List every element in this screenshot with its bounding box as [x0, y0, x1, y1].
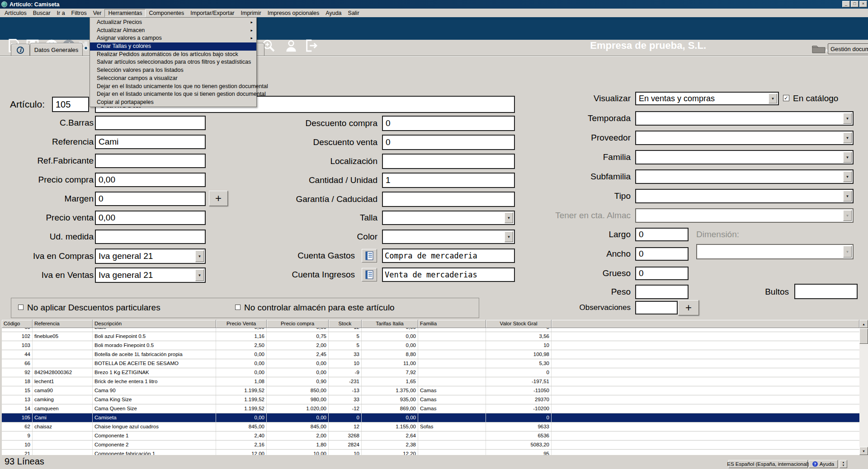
menubar-item-filtros[interactable]: Filtros	[68, 9, 90, 17]
tab-info[interactable]: i	[11, 44, 30, 56]
column-header-referencia[interactable]: Referencia	[33, 320, 93, 328]
table-row-cama-king-size[interactable]: 13camkingCama King Size1.199,52980,00339…	[2, 395, 859, 404]
user-icon[interactable]	[284, 38, 298, 53]
column-header-familia[interactable]: Familia	[418, 320, 486, 328]
ref-fabricante-field[interactable]	[95, 154, 206, 168]
descuento-compra-field[interactable]: 0	[382, 116, 515, 131]
menubar-item-componentes[interactable]: Componentes	[146, 9, 187, 17]
table-row-brick-de-leche-entera-1-litro[interactable]: 18lechent1Brick de leche entera 1 litro1…	[2, 377, 859, 386]
descuento-venta-field[interactable]: 0	[382, 135, 515, 150]
dropdown-arrow-icon[interactable]	[769, 94, 777, 103]
menu-item-seleccionar-campos-a-visualizar[interactable]: Seleccionar campos a visualizar	[90, 75, 256, 83]
cbarras-field[interactable]	[95, 116, 206, 130]
margen-field[interactable]: 0	[95, 192, 206, 206]
table-row-cama-queen-size[interactable]: 14camqueenCama Queen Size1.199,521.020,0…	[2, 404, 859, 413]
table-row-botella-de-aceite-de-sesamo[interactable]: 66BOTELLA DE ACEITE DE SESAMO0,000,00101…	[2, 359, 859, 368]
table-row-boli-morado-finepoint-0-5[interactable]: 103Boli morado Finepoint 0.52,502,0050,0…	[2, 341, 859, 350]
precio-compra-field[interactable]: 0,00	[95, 173, 206, 187]
minimize-button[interactable]: _	[842, 1, 850, 7]
observaciones-field[interactable]	[635, 301, 678, 314]
cuenta-ingresos-field[interactable]: Venta de mercaderias	[382, 267, 515, 282]
table-row-botella-de-aceite-1l-fabricaci-n-propia[interactable]: 44Botella de aceite 1L fabricación propi…	[2, 350, 859, 359]
en-catalogo-checkbox[interactable]	[783, 95, 789, 101]
maximize-button[interactable]: □	[851, 1, 859, 7]
menubar-item-art-culos[interactable]: Artículos	[1, 9, 30, 17]
dropdown-arrow-icon[interactable]	[195, 269, 204, 281]
referencia-field[interactable]: Cami	[95, 135, 206, 149]
menu-item-realizar-pedidos-autom-ticos-de-los-art-culos-bajo-stock[interactable]: Realizar Pedidos automáticos de los artí…	[90, 51, 256, 59]
menu-item-dejar-en-el-listado-unicamente-los-que-si-tienen-gestion-documental[interactable]: Dejar en el listado unicamente los que s…	[90, 90, 256, 98]
table-row-camiseta[interactable]: 105CamiCamiseta0,000,0000,000	[2, 413, 859, 422]
table-row-cama-90[interactable]: 15cama90Cama 901.199,52850,00-131.375,00…	[2, 386, 859, 395]
temporada-select[interactable]	[635, 111, 854, 126]
garantia-caducidad-field[interactable]	[382, 192, 515, 207]
color-select[interactable]	[382, 230, 515, 244]
articulo-code-field[interactable]: 105	[52, 97, 89, 112]
tab-datos-generales[interactable]: Datos Generales	[30, 43, 83, 56]
column-header-descripci-n[interactable]: Descripción	[93, 320, 216, 328]
menu-item-salvar-art-culos-seleccionados-para-otros-filtros-y-estad-sticas[interactable]: Salvar artículos seleccionados para otro…	[90, 58, 256, 66]
observaciones-plus-button[interactable]: +	[678, 300, 699, 315]
ud-medida-field[interactable]	[95, 230, 206, 244]
talla-select[interactable]	[382, 211, 515, 225]
menu-item-copiar-al-portapapeles[interactable]: Copiar al portapapeles	[90, 98, 256, 107]
dropdown-arrow-icon[interactable]	[843, 171, 852, 182]
scrollbar-thumb[interactable]	[859, 328, 868, 344]
table-row-brezo-1-kg-eztiginak[interactable]: 928429428000362Brezo 1 Kg EZTIGINAK0,000…	[2, 368, 859, 377]
localizacion-field[interactable]	[382, 154, 515, 169]
bultos-field[interactable]	[794, 284, 858, 299]
margen-plus-button[interactable]: +	[209, 191, 228, 206]
gestion-documental-button[interactable]: Gestión documental	[828, 43, 868, 54]
menubar-item-ver[interactable]: Ver	[90, 9, 105, 17]
menu-item-selecci-n-valores-para-los-listados[interactable]: Selección valores para los listados	[90, 66, 256, 75]
menubar-item-ir-a[interactable]: Ir a	[54, 9, 68, 17]
cuenta-ingresos-lookup-button[interactable]	[362, 268, 377, 281]
scroll-up-icon[interactable]	[859, 320, 868, 328]
tipo-select[interactable]	[635, 189, 854, 203]
language-button[interactable]: ES Español (España, internacional)	[728, 460, 808, 468]
table-row-componente-2[interactable]: 10Componente 22,161,8028242,385083,20	[2, 441, 859, 450]
no-descuentos-checkbox[interactable]	[18, 305, 24, 310]
scroll-down-icon[interactable]	[859, 447, 868, 455]
table-row-componente-1[interactable]: 9Componente 12,402,0032682,646536	[2, 431, 859, 441]
familia-select[interactable]	[635, 150, 854, 164]
menubar-item-herramientas[interactable]: Herramientas	[104, 9, 146, 17]
cantidad-unidad-field[interactable]: 1	[382, 173, 515, 188]
menu-item-crear-tallas-y-colores[interactable]: Crear Tallas y colores	[90, 42, 256, 51]
dropdown-arrow-icon[interactable]	[843, 152, 852, 163]
cuenta-gastos-field[interactable]: Compra de mercaderia	[382, 249, 515, 263]
largo-field[interactable]: 0	[635, 228, 689, 241]
column-header-precio-venta[interactable]: Precio Venta	[216, 320, 267, 328]
peso-field[interactable]	[635, 285, 689, 299]
dropdown-arrow-icon[interactable]	[843, 113, 852, 124]
column-header-tarifas-italia[interactable]: Tarifas Italia	[362, 320, 418, 328]
iva-compras-select[interactable]: Iva general 21	[95, 249, 206, 264]
dropdown-arrow-icon[interactable]	[843, 191, 852, 202]
table-scrollbar[interactable]	[859, 320, 868, 455]
menubar-item-impresos-opcionales[interactable]: Impresos opcionales	[264, 9, 323, 17]
no-almacen-checkbox[interactable]	[235, 305, 241, 310]
close-button[interactable]: ×	[859, 1, 867, 7]
proveedor-select[interactable]	[635, 131, 854, 145]
column-header-stock[interactable]: Stock	[329, 320, 362, 328]
cuenta-gastos-lookup-button[interactable]	[362, 249, 377, 263]
menubar-item-ayuda[interactable]: Ayuda	[322, 9, 344, 17]
menu-item-actualizar-precios[interactable]: Actualizar Precios▸	[90, 19, 256, 27]
column-header-precio-compra[interactable]: Precio compra	[267, 320, 329, 328]
table-row-base[interactable]: 69Base0,000,00-120,000	[2, 328, 859, 332]
help-button[interactable]: ? Ayuda	[809, 460, 838, 468]
ancho-field[interactable]: 0	[635, 247, 689, 261]
iva-ventas-select[interactable]: Iva general 21	[95, 267, 206, 283]
table-row-chaise-longue-azul-cuadros[interactable]: 62chaisazChaise longue azul cuadros845,0…	[2, 422, 859, 431]
subfamilia-select[interactable]	[635, 169, 854, 184]
dropdown-arrow-icon[interactable]	[843, 132, 852, 143]
column-header-c-digo[interactable]: Código	[2, 320, 33, 328]
menu-item-dejar-en-el-listado-unicamente-los-que-no-tienen-gestion-documental[interactable]: Dejar en el listado unicamente los que n…	[90, 83, 256, 91]
menubar-item-importar-exportar[interactable]: Importar/Exportar	[187, 9, 237, 17]
table-row-boli-azul-finepoint-0-5[interactable]: 102fineblue05Boli azul Finepoint 0.51,16…	[2, 332, 859, 341]
menu-item-actualizar-almacen[interactable]: Actualizar Almacen▸	[90, 27, 256, 35]
column-header-valor-stock-gral[interactable]: Valor Stock Gral	[486, 320, 552, 328]
precio-venta-field[interactable]: 0,00	[95, 211, 206, 225]
dropdown-arrow-icon[interactable]	[195, 250, 204, 262]
menu-item-asignar-valores-a-campos[interactable]: Asignar valores a campos▸	[90, 34, 256, 42]
